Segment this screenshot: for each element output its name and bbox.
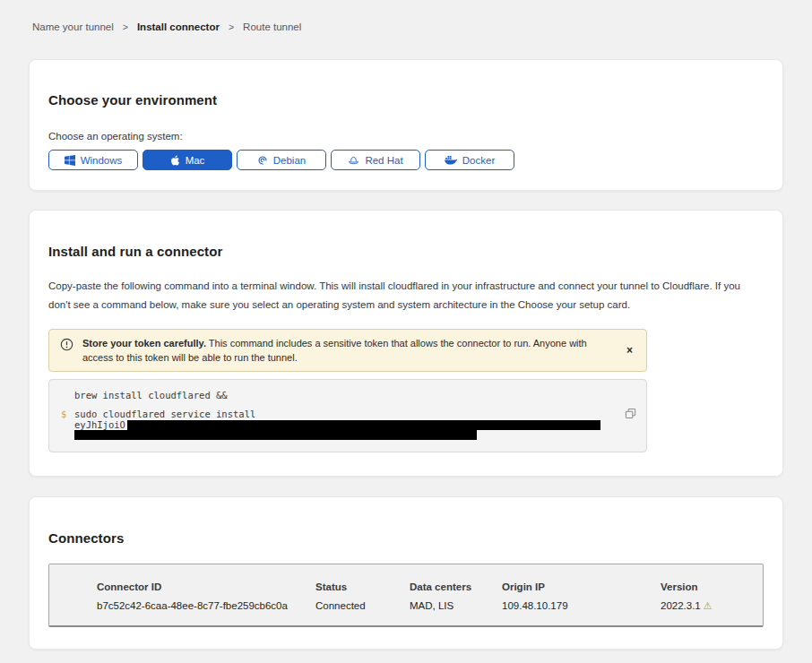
token-redaction-bar — [127, 420, 600, 430]
apple-logo-icon — [170, 155, 180, 166]
breadcrumb-step-install-connector[interactable]: Install connector — [137, 22, 220, 32]
connector-id-value: b7c52c42-6caa-48ee-8c77-fbe259cb6c0a — [97, 600, 315, 611]
version-cell: 2022.3.1⚠ — [661, 600, 754, 612]
origin-ip-value: 109.48.10.179 — [502, 600, 661, 611]
os-button-label: Docker — [462, 155, 495, 166]
version-warning-icon: ⚠ — [704, 600, 713, 611]
os-select-label: Choose an operating system: — [48, 131, 764, 142]
column-header-data-centers: Data centers — [410, 581, 502, 592]
code-text: brew install cloudflared && — [74, 391, 228, 401]
breadcrumb: Name your tunnel > Install connector > R… — [32, 0, 783, 32]
prompt-gutter — [61, 420, 74, 431]
connectors-card-title: Connectors — [48, 530, 764, 546]
os-button-label: Windows — [81, 155, 123, 166]
connectors-card: Connectors Connector ID Status Data cent… — [29, 496, 783, 649]
os-button-label: Mac — [186, 155, 205, 166]
alert-close-button[interactable]: × — [625, 343, 635, 357]
prompt-gutter — [61, 391, 74, 401]
column-header-connector-id: Connector ID — [97, 581, 315, 592]
alert-title: Store your token carefully. — [82, 338, 206, 349]
table-header-row: Connector ID Status Data centers Origin … — [97, 581, 754, 592]
token-redaction-bar — [74, 430, 477, 440]
code-line-token: eyJhIjoiO — [61, 420, 610, 431]
environment-card-title: Choose your environment — [48, 92, 764, 108]
page: Name your tunnel > Install connector > R… — [0, 0, 812, 663]
breadcrumb-separator: > — [229, 22, 234, 32]
table-row: b7c52c42-6caa-48ee-8c77-fbe259cb6c0a Con… — [97, 600, 754, 612]
alert-text: Store your token carefully. This command… — [82, 336, 635, 365]
breadcrumb-step-name-your-tunnel[interactable]: Name your tunnel — [32, 22, 114, 32]
data-centers-value: MAD, LIS — [410, 600, 502, 611]
breadcrumb-separator: > — [123, 22, 128, 32]
os-button-windows[interactable]: Windows — [48, 150, 138, 170]
code-line-2: $ sudo cloudflared service install — [61, 409, 610, 420]
install-card-title: Install and run a connector — [48, 244, 764, 259]
os-button-docker[interactable]: Docker — [425, 150, 514, 170]
install-card: Install and run a connector Copy-paste t… — [29, 210, 783, 477]
os-button-label: Debian — [273, 155, 306, 166]
column-header-version: Version — [661, 581, 754, 592]
debian-swirl-icon — [257, 155, 268, 166]
version-value: 2022.3.1 — [661, 600, 701, 611]
token-warning-alert: Store your token carefully. This command… — [48, 329, 647, 372]
column-header-origin-ip: Origin IP — [502, 581, 661, 592]
os-button-debian[interactable]: Debian — [237, 150, 326, 170]
copy-icon — [625, 409, 636, 422]
os-button-group: Windows Mac Debian Red Hat — [48, 150, 764, 170]
install-description: Copy-paste the following command into a … — [48, 277, 764, 314]
code-line-token-2 — [61, 430, 610, 440]
column-header-status: Status — [315, 581, 410, 592]
os-button-redhat[interactable]: Red Hat — [331, 150, 420, 170]
redhat-hat-icon — [348, 155, 359, 166]
copy-command-button[interactable] — [625, 408, 636, 422]
environment-card: Choose your environment Choose an operat… — [29, 59, 783, 191]
prompt-gutter — [61, 430, 74, 440]
token-prefix: eyJhIjoiO — [74, 420, 125, 431]
breadcrumb-step-route-tunnel[interactable]: Route tunnel — [243, 22, 301, 32]
status-badge: Connected — [315, 600, 410, 611]
install-command-codeblock: brew install cloudflared && $ sudo cloud… — [48, 379, 647, 453]
os-button-label: Red Hat — [365, 155, 402, 166]
windows-logo-icon — [65, 155, 75, 166]
info-circle-icon — [60, 338, 73, 355]
code-line-1: brew install cloudflared && — [61, 391, 610, 401]
connectors-table: Connector ID Status Data centers Origin … — [48, 564, 764, 627]
shell-prompt: $ — [61, 409, 74, 420]
os-button-mac[interactable]: Mac — [143, 150, 232, 170]
docker-whale-icon — [445, 155, 457, 165]
